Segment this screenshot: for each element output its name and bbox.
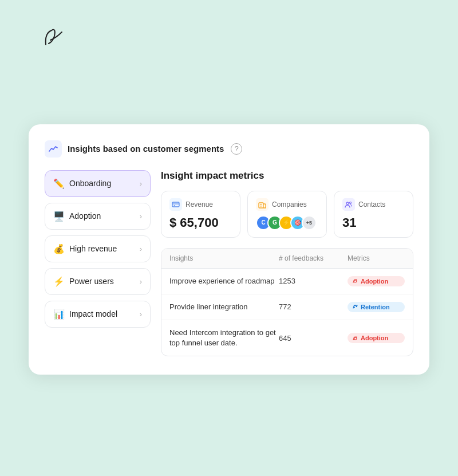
svg-rect-5 — [260, 206, 261, 207]
insight-text-1: Improve experience of roadmap — [169, 277, 279, 285]
contacts-label: Contacts — [358, 200, 385, 209]
chevron-icon-adoption: › — [140, 212, 142, 221]
panel-title: Insight impact metrics — [161, 170, 413, 182]
contacts-icon — [342, 198, 355, 211]
svg-rect-3 — [260, 204, 261, 205]
insight-text-2: Provide liner integration — [169, 302, 279, 311]
contacts-value: 31 — [342, 215, 405, 230]
adoption-icon: 🖥️ — [53, 211, 65, 222]
table-header: Insights # of feedbacks Metrics — [161, 249, 413, 269]
main-panel: Insight impact metrics Revenue — [161, 170, 413, 356]
power-users-icon: ⚡ — [53, 276, 65, 287]
table-row: Provide liner integration 772 Retention — [161, 294, 413, 320]
col-insights: Insights — [169, 254, 279, 262]
feedback-count-1: 1253 — [279, 277, 348, 285]
retention-tag-icon — [352, 304, 358, 310]
metric-card-contacts: Contacts 31 — [334, 191, 413, 238]
chevron-icon-impact-model: › — [140, 310, 142, 318]
table-row: Need Intercom integration to get top fun… — [161, 320, 413, 356]
feedback-count-3: 645 — [279, 334, 348, 343]
svg-point-7 — [346, 202, 349, 204]
companies-avatars: C G ⚡ 🎯 +5 — [256, 215, 318, 230]
sidebar-label-high-revenue: High revenue — [69, 244, 117, 253]
sidebar-item-adoption[interactable]: 🖥️ Adoption › — [45, 203, 151, 230]
sidebar-label-impact-model: Impact model — [69, 309, 117, 318]
metric-tag-3: Adoption — [348, 333, 405, 343]
chevron-icon-onboarding: › — [140, 179, 142, 188]
card-title: Insights based on customer segments — [68, 144, 224, 154]
col-metrics: Metrics — [348, 254, 405, 262]
metric-tag-2: Retention — [348, 302, 405, 312]
metric-card-revenue: Revenue $ 65,700 — [161, 191, 240, 238]
companies-icon — [256, 198, 269, 211]
sidebar-item-power-users[interactable]: ⚡ Power users › — [45, 268, 151, 295]
table-row: Improve experience of roadmap 1253 Adopt… — [161, 269, 413, 294]
sidebar-item-onboarding[interactable]: ✏️ Onboarding › — [45, 170, 151, 197]
sidebar: ✏️ Onboarding › 🖥️ Adoption › 💰 High rev… — [45, 170, 151, 356]
app-logo — [34, 22, 69, 56]
insights-table: Insights # of feedbacks Metrics Improve … — [161, 248, 413, 356]
companies-label: Companies — [272, 200, 307, 209]
header-icon — [45, 140, 62, 158]
adoption-tag-icon — [352, 278, 358, 284]
metric-cards: Revenue $ 65,700 — [161, 191, 413, 238]
high-revenue-icon: 💰 — [53, 243, 65, 254]
adoption-tag-icon-2 — [352, 335, 358, 341]
card-body: ✏️ Onboarding › 🖥️ Adoption › 💰 High rev… — [45, 170, 413, 356]
impact-model-icon: 📊 — [53, 309, 65, 320]
card-header: Insights based on customer segments ? — [45, 140, 413, 158]
sidebar-label-power-users: Power users — [69, 277, 114, 286]
svg-rect-2 — [259, 203, 263, 208]
metric-card-companies: Companies C G ⚡ 🎯 +5 — [247, 191, 327, 238]
metric-tag-1: Adoption — [348, 276, 405, 286]
insight-text-3: Need Intercom integration to get top fun… — [169, 328, 279, 348]
feedback-count-2: 772 — [279, 302, 348, 311]
sidebar-label-onboarding: Onboarding — [69, 179, 111, 188]
col-feedbacks: # of feedbacks — [279, 254, 348, 262]
svg-point-8 — [350, 202, 352, 203]
sidebar-item-impact-model[interactable]: 📊 Impact model › — [45, 301, 151, 328]
revenue-value: $ 65,700 — [169, 215, 232, 230]
sidebar-item-high-revenue[interactable]: 💰 High revenue › — [45, 235, 151, 262]
avatar-plus: +5 — [302, 215, 317, 230]
svg-rect-6 — [262, 206, 263, 207]
svg-rect-0 — [172, 202, 179, 207]
revenue-icon — [169, 198, 182, 211]
revenue-label: Revenue — [185, 200, 213, 209]
svg-rect-4 — [262, 204, 263, 205]
main-card: Insights based on customer segments ? ✏️… — [29, 124, 429, 375]
chevron-icon-high-revenue: › — [140, 245, 142, 253]
sidebar-label-adoption: Adoption — [69, 211, 101, 221]
svg-point-1 — [174, 205, 175, 206]
chevron-icon-power-users: › — [140, 277, 142, 286]
help-icon[interactable]: ? — [231, 143, 242, 155]
onboarding-icon: ✏️ — [53, 178, 65, 189]
